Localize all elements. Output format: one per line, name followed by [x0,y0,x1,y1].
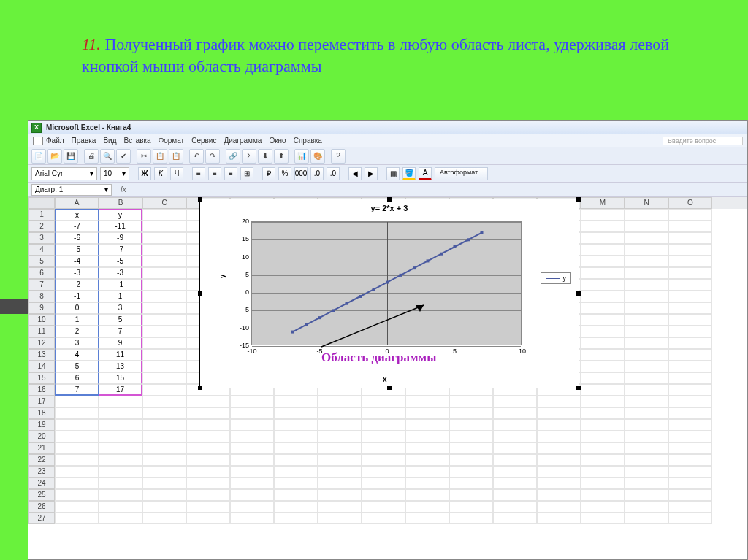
cell[interactable] [274,396,318,407]
cell[interactable] [142,419,186,431]
x-axis-label[interactable]: x [383,375,387,383]
cell[interactable] [668,302,712,314]
cell[interactable] [186,513,230,524]
cell[interactable] [625,291,668,302]
cell[interactable] [142,267,186,279]
cell[interactable] [581,244,625,256]
cell[interactable] [230,419,274,431]
cell[interactable] [318,489,362,501]
cell[interactable]: 2 [55,326,99,337]
cell[interactable] [581,337,625,349]
cell[interactable]: 13 [99,361,142,372]
cell[interactable] [186,442,230,454]
cell[interactable] [625,349,668,361]
cell[interactable] [537,513,581,524]
cell[interactable]: 4 [55,349,99,361]
resize-handle-nw[interactable] [198,197,202,202]
cell[interactable] [55,466,99,477]
italic-button[interactable]: К [154,167,167,180]
cell[interactable] [581,302,625,314]
cell[interactable]: -1 [55,291,99,302]
cell[interactable] [581,361,625,372]
cell[interactable] [274,407,318,419]
cell[interactable]: y [99,209,142,220]
cell[interactable] [581,477,625,489]
cell[interactable] [625,326,668,337]
cell[interactable] [230,431,274,442]
cell[interactable] [142,396,186,407]
cell[interactable]: 15 [99,372,142,384]
cell[interactable] [493,407,537,419]
cell[interactable] [318,477,362,489]
cell[interactable] [142,302,186,314]
cell[interactable] [625,466,668,477]
cell[interactable] [230,442,274,454]
cell[interactable] [186,454,230,466]
cell[interactable] [405,396,449,407]
cell[interactable] [581,220,625,232]
cell[interactable] [625,431,668,442]
cell[interactable] [537,419,581,431]
autoformat-button[interactable]: Автоформат... [435,167,488,180]
cut-button[interactable]: ✂ [137,149,151,164]
cell[interactable] [142,407,186,419]
cell[interactable] [99,431,142,442]
cell[interactable] [405,477,449,489]
currency-button[interactable]: ₽ [262,167,275,180]
cell[interactable] [668,244,712,256]
cell[interactable] [449,442,493,454]
dec-decimal-button[interactable]: .0 [327,167,340,180]
cell[interactable] [449,477,493,489]
spell-button[interactable]: ✔ [116,149,131,164]
column-header-O[interactable]: O [668,197,712,209]
paste-button[interactable]: 📋 [169,149,183,164]
cell[interactable] [142,291,186,302]
cell[interactable] [142,337,186,349]
cell[interactable]: -7 [99,244,142,256]
cell[interactable] [362,466,405,477]
cell[interactable]: -11 [99,220,142,232]
cell[interactable] [625,302,668,314]
cell[interactable] [537,442,581,454]
cell[interactable] [186,501,230,513]
cell[interactable] [362,513,405,524]
cell[interactable] [625,454,668,466]
cell[interactable] [668,396,712,407]
cell[interactable] [230,513,274,524]
cell[interactable] [230,466,274,477]
cell[interactable] [625,513,668,524]
cell[interactable]: -9 [99,232,142,244]
new-button[interactable]: 📄 [31,149,46,164]
cell[interactable] [668,220,712,232]
indent-dec-button[interactable]: ◀ [348,167,362,180]
cell[interactable] [362,419,405,431]
align-right-button[interactable]: ≡ [224,167,237,180]
cell[interactable] [668,384,712,396]
cell[interactable] [449,419,493,431]
cell[interactable] [668,361,712,372]
cell[interactable] [625,384,668,396]
fill-color-button[interactable]: 🪣 [402,167,416,180]
resize-handle-n[interactable] [387,197,392,202]
cell[interactable] [537,407,581,419]
cell[interactable] [55,513,99,524]
cell[interactable] [186,489,230,501]
cell[interactable] [99,501,142,513]
cell[interactable] [142,232,186,244]
cell[interactable] [668,314,712,326]
cell[interactable]: 6 [55,372,99,384]
cell[interactable] [55,431,99,442]
cell[interactable] [625,489,668,501]
cell[interactable] [537,466,581,477]
cell[interactable] [99,466,142,477]
cell[interactable] [581,326,625,337]
undo-button[interactable]: ↶ [189,149,204,164]
row-header[interactable]: 12 [28,337,55,349]
cell[interactable] [142,361,186,372]
cell[interactable] [55,501,99,513]
row-header[interactable]: 9 [28,302,55,314]
cell[interactable] [274,489,318,501]
cell[interactable] [668,267,712,279]
row-header[interactable]: 10 [28,314,55,326]
cell[interactable] [625,267,668,279]
